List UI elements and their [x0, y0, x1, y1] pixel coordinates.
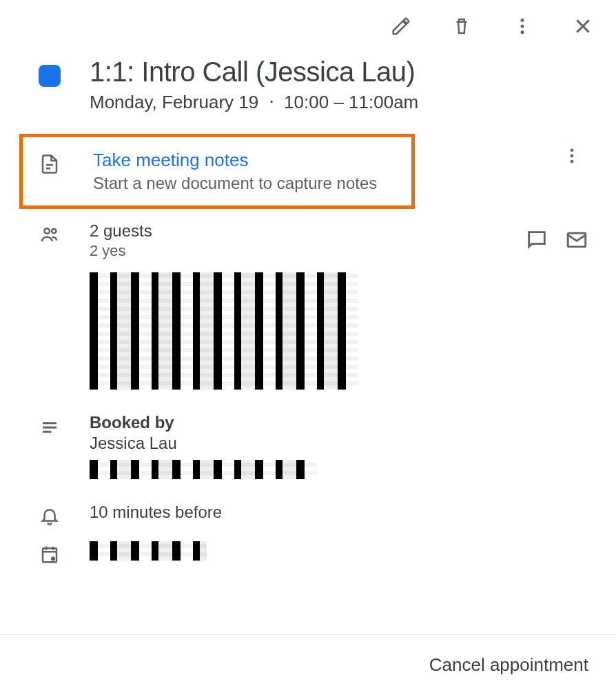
svg-point-5 [571, 160, 574, 163]
notes-more-button[interactable] [558, 146, 586, 165]
booked-by-name: Jessica Lau [90, 434, 588, 453]
event-toolbar [0, 0, 616, 40]
description-icon [39, 413, 61, 438]
description-redacted [90, 460, 317, 479]
svg-point-3 [571, 149, 574, 152]
delete-button[interactable] [448, 12, 475, 40]
notes-title: Take meeting notes [93, 150, 377, 171]
calendar-name-redacted [90, 541, 207, 561]
event-datetime: Monday, February 19 ⋅ 10:00 – 11:00am [90, 92, 418, 113]
take-meeting-notes-button[interactable]: Take meeting notes Start a new document … [19, 134, 415, 209]
document-icon [39, 150, 61, 174]
more-vertical-icon [512, 16, 533, 37]
guests-section: 2 guests 2 yes [0, 221, 616, 394]
people-icon [39, 221, 61, 245]
svg-point-1 [521, 25, 524, 28]
bell-icon [39, 503, 61, 526]
svg-point-6 [45, 228, 50, 234]
event-title: 1:1: Intro Call (Jessica Lau) [90, 57, 418, 88]
booked-by-label: Booked by [90, 413, 588, 432]
pencil-icon [391, 16, 411, 37]
more-vertical-icon [562, 146, 582, 165]
event-date: Monday, February 19 [90, 92, 258, 112]
reminder-label: 10 minutes before [90, 503, 222, 521]
reminder-section: 10 minutes before [0, 503, 616, 526]
edit-button[interactable] [387, 12, 415, 40]
event-color-swatch [39, 65, 61, 87]
guest-list-redacted [90, 272, 358, 390]
guests-count: 2 guests [90, 221, 525, 241]
more-options-button[interactable] [509, 12, 536, 40]
svg-point-10 [52, 557, 54, 560]
chat-button[interactable] [525, 228, 548, 252]
email-guests-button[interactable] [565, 228, 588, 252]
guests-status: 2 yes [90, 242, 525, 260]
close-icon [573, 16, 593, 37]
svg-point-4 [571, 154, 574, 158]
notes-subtitle: Start a new document to capture notes [93, 174, 377, 193]
event-time: 10:00 – 11:00am [284, 92, 418, 112]
svg-point-0 [521, 19, 524, 22]
close-button[interactable] [569, 12, 597, 40]
svg-point-2 [521, 30, 524, 34]
description-section: Booked by Jessica Lau [0, 413, 616, 483]
svg-point-7 [52, 229, 56, 233]
event-header: 1:1: Intro Call (Jessica Lau) Monday, Fe… [0, 40, 616, 113]
trash-icon [451, 16, 472, 37]
calendar-section [0, 541, 616, 565]
datetime-separator: ⋅ [269, 92, 274, 112]
footer: Cancel appointment [0, 634, 616, 695]
chat-icon [525, 228, 548, 252]
cancel-appointment-button[interactable]: Cancel appointment [429, 654, 588, 675]
mail-icon [565, 228, 588, 252]
calendar-icon [39, 541, 61, 565]
